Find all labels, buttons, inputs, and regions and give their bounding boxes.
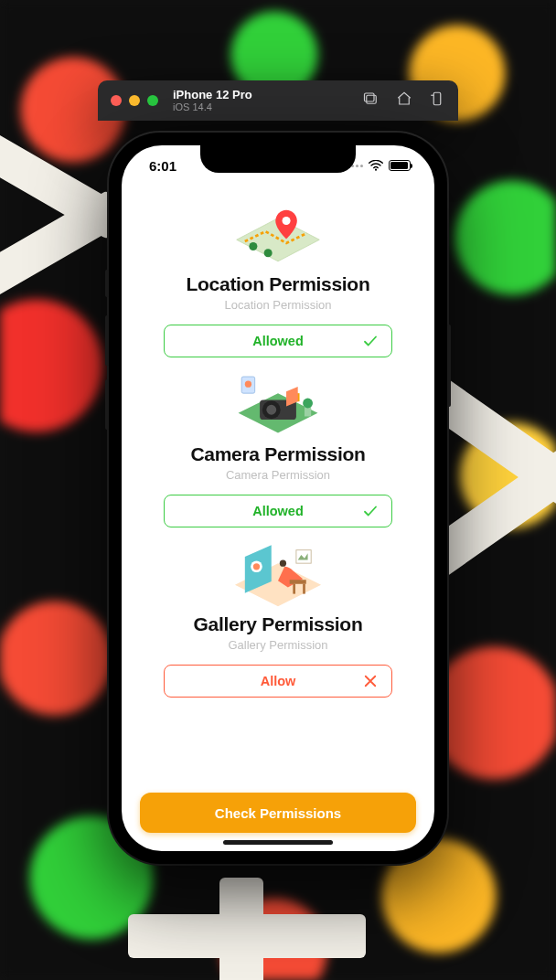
window-zoom-button[interactable]: [147, 95, 158, 106]
mute-switch: [105, 270, 109, 297]
power-button: [447, 325, 451, 407]
simulator-title-block: iPhone 12 Pro iOS 14.4: [173, 89, 252, 112]
svg-point-10: [245, 381, 251, 388]
camera-illustration: [228, 368, 328, 438]
device-screen: 6:01: [122, 145, 434, 851]
permission-card-gallery: Gallery Permission Gallery Permission Al…: [140, 538, 416, 698]
window-traffic-lights: [111, 95, 158, 106]
svg-point-13: [266, 405, 276, 415]
svg-point-5: [249, 242, 257, 250]
permission-button-label: Allow: [261, 674, 296, 688]
svg-point-16: [303, 399, 313, 409]
permission-button-label: Allowed: [252, 334, 304, 348]
device-frame: 6:01: [109, 133, 447, 864]
svg-rect-24: [290, 580, 306, 584]
permission-card-camera: Camera Permission Camera Permission Allo…: [140, 368, 416, 527]
permission-title: Location Permission: [187, 273, 370, 295]
permission-title: Camera Permission: [191, 443, 366, 465]
window-minimize-button[interactable]: [129, 95, 140, 106]
svg-point-23: [280, 560, 286, 567]
gallery-illustration: [228, 538, 328, 608]
check-permissions-button[interactable]: Check Permissions: [140, 793, 416, 833]
check-icon: [362, 333, 379, 349]
svg-point-3: [375, 168, 377, 170]
svg-rect-1: [365, 93, 375, 101]
window-close-button[interactable]: [111, 95, 122, 106]
simulator-device-name: iPhone 12 Pro: [173, 89, 252, 101]
permission-title: Gallery Permission: [194, 613, 363, 635]
location-illustration: [228, 198, 328, 268]
permission-allow-button[interactable]: Allow: [164, 665, 392, 698]
rotate-icon[interactable]: [429, 91, 445, 111]
svg-rect-2: [433, 92, 441, 105]
wifi-icon: [369, 158, 383, 174]
simulator-os-version: iOS 14.4: [173, 101, 252, 112]
svg-rect-0: [367, 95, 377, 103]
permission-subtitle: Gallery Permission: [228, 638, 327, 652]
svg-point-21: [253, 563, 260, 570]
permission-status-button[interactable]: Allowed: [164, 325, 392, 357]
simulator-titlebar[interactable]: iPhone 12 Pro iOS 14.4: [98, 80, 458, 121]
svg-rect-22: [296, 550, 311, 563]
volume-up-button: [105, 315, 109, 366]
wallpaper-decor: [219, 878, 263, 980]
permission-button-label: Allowed: [252, 504, 304, 518]
device-notch: [200, 145, 356, 173]
check-icon: [362, 503, 379, 519]
svg-rect-25: [293, 584, 295, 594]
close-icon: [362, 673, 379, 689]
home-indicator[interactable]: [223, 840, 333, 845]
volume-down-button: [105, 379, 109, 430]
home-icon[interactable]: [396, 91, 412, 111]
svg-rect-26: [303, 584, 305, 594]
status-time: 6:01: [149, 158, 176, 174]
permission-subtitle: Location Permission: [224, 298, 331, 312]
permission-status-button[interactable]: Allowed: [164, 495, 392, 527]
screenshot-icon[interactable]: [363, 91, 380, 111]
permission-subtitle: Camera Permission: [226, 468, 330, 482]
svg-point-6: [264, 249, 273, 257]
svg-point-7: [283, 217, 291, 225]
permission-card-location: Location Permission Location Permission …: [140, 198, 416, 357]
battery-icon: [389, 160, 411, 171]
check-permissions-label: Check Permissions: [215, 805, 341, 821]
